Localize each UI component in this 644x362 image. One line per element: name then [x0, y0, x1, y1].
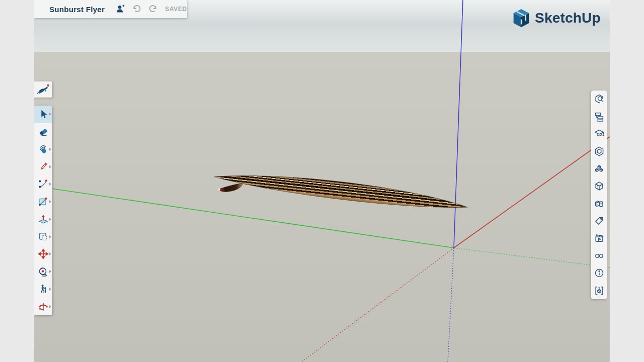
add-collaborator-button[interactable] [114, 3, 127, 16]
flyout-chevron-icon [49, 305, 51, 308]
sketchup-logo-mark [512, 8, 530, 28]
undo-icon [132, 4, 142, 14]
flyout-chevron-icon [49, 235, 51, 238]
move-tool-button[interactable] [34, 245, 52, 263]
add-collaborator-icon [115, 4, 126, 15]
redo-button[interactable] [147, 3, 159, 15]
walk-icon [38, 284, 49, 295]
scenes-icon [594, 233, 605, 244]
materials-icon [594, 163, 605, 174]
document-toolbar: Sunburst Flyer SAVED [34, 0, 187, 18]
paint-tool-button[interactable] [34, 141, 52, 158]
flyout-chevron-icon [49, 165, 51, 168]
sketchup-logo-text: SketchUp [535, 10, 601, 26]
surfboard-deck[interactable] [213, 168, 469, 213]
document-title: Sunburst Flyer [49, 5, 105, 14]
flyout-chevron-icon [49, 218, 51, 221]
entity-info-panel-button[interactable] [591, 90, 607, 108]
notification-dot [602, 135, 604, 136]
styles-panel-button[interactable] [591, 177, 607, 195]
redo-icon [148, 4, 158, 14]
panels-rail [591, 90, 607, 299]
search-launcher-button[interactable] [34, 81, 52, 98]
components-icon [594, 146, 605, 157]
sketchup-logo: SketchUp [512, 8, 601, 28]
pencil-icon [38, 161, 49, 172]
import-model-icon [594, 285, 605, 296]
instructor-panel-button[interactable] [591, 125, 607, 143]
materials-panel-button[interactable] [591, 160, 607, 177]
flyout-chevron-icon [49, 200, 51, 203]
tape-measure-icon [38, 266, 49, 277]
model-info-icon [594, 267, 605, 279]
app-window: Sunburst Flyer SAVED [0, 0, 644, 362]
entity-info-icon [594, 94, 605, 105]
modeling-viewport[interactable]: Sunburst Flyer SAVED [34, 0, 610, 362]
surfboard-model[interactable] [212, 168, 469, 218]
flyout-chevron-icon [49, 288, 51, 291]
push-pull-tool-button[interactable] [34, 211, 52, 228]
line-tool-button[interactable] [34, 158, 52, 175]
walk-tool-button[interactable] [34, 281, 52, 298]
flyout-chevron-icon [49, 148, 51, 151]
flyout-chevron-icon [49, 252, 51, 255]
push-pull-icon [38, 214, 49, 225]
rectangle-icon [38, 196, 49, 207]
arc-tool-button[interactable] [34, 175, 52, 193]
move-icon [38, 248, 49, 259]
outliner-icon [594, 111, 605, 122]
offset-tool-button[interactable] [34, 228, 52, 245]
eraser-tool-button[interactable] [34, 123, 52, 141]
rectangle-tool-button[interactable] [34, 193, 52, 211]
arc-icon [38, 178, 49, 190]
select-tool-button[interactable] [34, 106, 52, 123]
shapes-icon [594, 198, 605, 209]
display-icon [594, 250, 605, 261]
save-status-badge: SAVED [165, 6, 187, 13]
styles-icon [594, 180, 605, 192]
paint-bucket-icon [38, 144, 49, 155]
flyout-chevron-icon [49, 270, 51, 273]
shapes-panel-button[interactable] [591, 195, 607, 212]
select-cursor-icon [38, 109, 49, 120]
model-info-panel-button[interactable] [591, 264, 607, 282]
notification-dot [47, 84, 49, 87]
flyout-chevron-icon [49, 113, 51, 116]
orbit-tool-button[interactable] [34, 298, 52, 315]
scenes-panel-button[interactable] [591, 230, 607, 247]
viewport-canvas[interactable] [34, 0, 610, 362]
components-panel-button[interactable] [591, 143, 607, 160]
tape-measure-tool-button[interactable] [34, 263, 52, 281]
offset-icon [38, 231, 49, 242]
tags-panel-button[interactable] [591, 212, 607, 230]
undo-button[interactable] [131, 3, 143, 15]
display-panel-button[interactable] [591, 247, 607, 264]
import-model-panel-button[interactable] [591, 282, 607, 299]
tags-icon [594, 215, 605, 226]
eraser-icon [38, 126, 49, 137]
flyout-chevron-icon [49, 183, 51, 186]
orbit-icon [38, 301, 49, 312]
tools-toolbar [34, 106, 52, 315]
outliner-panel-button[interactable] [591, 108, 607, 126]
instructor-icon [594, 128, 605, 139]
leaping-dog-icon [37, 83, 50, 96]
